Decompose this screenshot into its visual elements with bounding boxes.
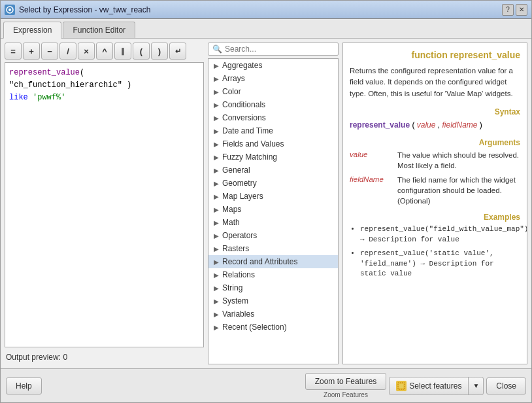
examples-section: represent_value("field_with_value_map") …	[350, 224, 520, 279]
list-item-conditionals[interactable]: ▶ Conditionals	[208, 98, 338, 111]
main-area: = + − / × ^ ∥ ( ) ↵ represent_value( "ch…	[1, 39, 531, 368]
lparen-button[interactable]: (	[133, 43, 150, 60]
arrow-icon: ▶	[214, 114, 219, 122]
function-title: function represent_value	[350, 50, 520, 60]
arrow-icon: ▶	[214, 180, 219, 187]
expr-like-keyword: like	[9, 93, 28, 102]
concat-button[interactable]: ∥	[114, 43, 131, 60]
svg-point-1	[8, 9, 11, 11]
list-item-fields-and-values[interactable]: ▶ Fields and Values	[208, 137, 338, 150]
power-button[interactable]: ^	[96, 43, 113, 60]
function-description: Returns the configured representation va…	[350, 65, 520, 99]
multiply-button[interactable]: ×	[78, 43, 95, 60]
expr-string-value: 'pwwf%'	[33, 93, 65, 102]
list-item-variables[interactable]: ▶ Variables	[208, 307, 338, 321]
arrow-icon: ▶	[214, 285, 219, 292]
arrow-icon: ▶	[214, 206, 219, 213]
list-item-geometry[interactable]: ▶ Geometry	[208, 177, 338, 190]
arrow-icon: ▶	[214, 219, 219, 226]
arg-desc-value: The value which should be resolved. Most…	[397, 150, 520, 171]
arrow-icon: ▶	[214, 167, 219, 174]
svg-rect-3	[399, 384, 403, 388]
list-item-arrays[interactable]: ▶ Arrays	[208, 72, 338, 85]
examples-label: Examples	[350, 213, 520, 222]
list-item-date-and-time[interactable]: ▶ Date and Time	[208, 124, 338, 137]
list-item-conversions[interactable]: ▶ Conversions	[208, 111, 338, 124]
help-titlebar-button[interactable]: ?	[502, 4, 514, 16]
main-window: Select by Expression - vw_tww_reach ? ✕ …	[0, 0, 532, 403]
arrow-icon: ▶	[214, 75, 219, 82]
list-item-record-and-attributes[interactable]: ▶ Record and Attributes	[208, 255, 338, 268]
search-icon: 🔍	[212, 44, 222, 54]
arrow-icon: ▶	[214, 128, 219, 135]
list-item-rasters[interactable]: ▶ Rasters	[208, 242, 338, 255]
arrow-icon: ▶	[214, 311, 219, 318]
list-item-fuzzy-matching[interactable]: ▶ Fuzzy Matching	[208, 150, 338, 164]
list-item-color[interactable]: ▶ Color	[208, 85, 338, 98]
arrow-icon: ▶	[214, 101, 219, 109]
tab-expression[interactable]: Expression	[3, 22, 61, 39]
list-item-maps[interactable]: ▶ Maps	[208, 203, 338, 216]
list-item-system[interactable]: ▶ System	[208, 294, 338, 307]
arg-name-value: value	[350, 150, 392, 171]
zoom-to-features-button[interactable]: Zoom to Features	[305, 373, 387, 390]
search-box: 🔍	[208, 43, 339, 56]
divide-button[interactable]: /	[59, 43, 76, 60]
syntax-line: represent_value ( value , fieldName )	[350, 119, 520, 131]
list-item-string[interactable]: ▶ String	[208, 281, 338, 294]
equals-button[interactable]: =	[5, 43, 22, 60]
expression-editor[interactable]: represent_value( "ch_function_hierarchic…	[5, 62, 204, 347]
expression-toolbar: = + − / × ^ ∥ ( ) ↵	[5, 43, 204, 60]
argument-row-value: value The value which should be resolved…	[350, 150, 520, 171]
arg-name-fieldname: fieldName	[350, 175, 392, 206]
list-item-general[interactable]: ▶ General	[208, 164, 338, 177]
arrow-icon: ▶	[214, 324, 219, 331]
content-area: = + − / × ^ ∥ ( ) ↵ represent_value( "ch…	[1, 39, 531, 402]
plus-button[interactable]: +	[23, 43, 40, 60]
select-features-dropdown-arrow[interactable]: ▼	[469, 379, 483, 393]
close-button[interactable]: Close	[486, 377, 526, 394]
newline-button[interactable]: ↵	[169, 43, 186, 60]
list-item-operators[interactable]: ▶ Operators	[208, 229, 338, 242]
doc-panel: function represent_value Returns the con…	[342, 43, 527, 364]
left-panel: = + − / × ^ ∥ ( ) ↵ represent_value( "ch…	[5, 43, 204, 364]
arrow-icon: ▶	[214, 245, 219, 253]
arrow-icon: ▶	[214, 258, 219, 266]
window-title: Select by Expression - vw_tww_reach	[19, 5, 502, 14]
example-item-1: represent_value("field_with_value_map") …	[360, 224, 520, 245]
window-icon	[5, 5, 15, 15]
syntax-param-fieldname: fieldName	[442, 120, 477, 130]
search-input[interactable]	[225, 44, 334, 54]
argument-row-fieldname: fieldName The field name for which the w…	[350, 175, 520, 206]
syntax-param-value: value	[417, 120, 436, 130]
arrow-icon: ▶	[214, 141, 219, 148]
output-preview: Output preview: 0	[5, 350, 204, 364]
minus-button[interactable]: −	[41, 43, 58, 60]
arrow-icon: ▶	[214, 154, 219, 161]
arrow-icon: ▶	[214, 232, 219, 239]
function-list: ▶ Aggregates ▶ Arrays ▶ Color ▶ Conditio…	[208, 58, 339, 364]
rparen-button[interactable]: )	[151, 43, 168, 60]
list-item-aggregates[interactable]: ▶ Aggregates	[208, 59, 338, 72]
example-item-2: represent_value('static value', 'field_n…	[360, 249, 520, 279]
arrow-icon: ▶	[214, 62, 219, 69]
close-titlebar-button[interactable]: ✕	[516, 4, 527, 16]
tab-bar: Expression Function Editor	[1, 19, 531, 39]
arrow-icon: ▶	[214, 298, 219, 305]
help-button[interactable]: Help	[6, 377, 42, 394]
expr-function-name: represent_value	[9, 68, 80, 77]
bottom-left: Help	[6, 377, 42, 394]
syntax-function-name: represent_value	[350, 120, 410, 130]
syntax-label: Syntax	[350, 107, 520, 116]
bottom-right: Zoom to Features Zoom Features Select fe…	[305, 373, 526, 398]
list-item-map-layers[interactable]: ▶ Map Layers	[208, 190, 338, 203]
tab-function-editor[interactable]: Function Editor	[63, 22, 135, 38]
select-features-main-button[interactable]: Select features	[390, 377, 469, 394]
arrow-icon: ▶	[214, 193, 219, 200]
list-item-recent-selection[interactable]: ▶ Recent (Selection)	[208, 321, 338, 334]
titlebar-controls: ? ✕	[502, 4, 527, 16]
bottom-bar: Help Zoom to Features Zoom Features	[1, 368, 531, 402]
arg-desc-fieldname: The field name for which the widget conf…	[397, 175, 520, 206]
list-item-math[interactable]: ▶ Math	[208, 216, 338, 229]
list-item-relations[interactable]: ▶ Relations	[208, 268, 338, 281]
